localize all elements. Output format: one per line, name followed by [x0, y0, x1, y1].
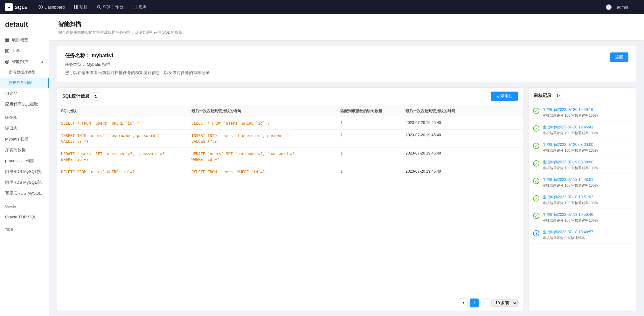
audit-time: 生成时间2023-07-18 14:48:01	[543, 177, 632, 182]
app-logo[interactable]: ▪▪ SQLE	[5, 3, 28, 11]
audit-status-icon: ✓	[533, 108, 539, 114]
user-label[interactable]: admin	[617, 5, 628, 10]
sql-table-body: SELECT * FROM `users` WHERE `id`=? SELEC…	[57, 117, 523, 178]
sql-fingerprint: INSERT INTO `users` (`username`,`passwor…	[57, 130, 188, 148]
sql-match-count: 1	[336, 130, 402, 148]
sidebar-item-ali-rds-audit[interactable]: 阿里RDS MySQL审...	[0, 177, 49, 188]
audit-item-info: 生成时间2023-07-18 14:48:01 审核结果评分 100 审核通过率…	[543, 177, 632, 188]
sidebar-item-project-overview[interactable]: 项目概览	[0, 35, 49, 45]
audit-item-info: 生成时间2023-07-20 19:49:19 审核结果评分 100 审核通过率…	[543, 107, 632, 118]
sidebar-item-smart-scan[interactable]: 智能扫描 ▲	[0, 56, 49, 67]
more-options-icon[interactable]: ⋮	[633, 3, 639, 10]
main-content: 智能扫描 您可以使用智能扫描功能生成扫描任务报告，以便监测和评估 SQL 的质量…	[49, 14, 644, 316]
audit-panel-title: 审核记录 ↻	[534, 92, 562, 100]
sql-last-matched: INSERT INTO `users` (`username`,`passwor…	[188, 130, 336, 148]
audit-item-info: 生成时间2023-07-20 08:00:00 审核结果评分 100 审核通过率…	[543, 142, 632, 153]
sql-match-count: 1	[336, 166, 402, 178]
audit-item[interactable]: ✓ 生成时间2023-07-20 19:45:41 审核结果评分 100 审核通…	[529, 121, 636, 139]
sql-table-row[interactable]: INSERT INTO `users` (`username`,`passwor…	[57, 130, 523, 148]
sql-fingerprint: DELETE FROM `users` WHERE `id`=?	[57, 166, 188, 178]
nav-rules[interactable]: 规则	[129, 2, 150, 12]
dashboard-icon	[38, 5, 43, 9]
sql-stats-panel: SQL统计信息 ↻ 立即审核 SQL指纹 最后一次匹配到该指纹的语句 匹配到该指…	[57, 87, 523, 311]
page-size-select[interactable]: 10 条/页 20 条/页 50 条/页	[491, 299, 518, 307]
svg-rect-14	[7, 40, 9, 42]
sidebar-item-scan-task-list[interactable]: 扫描任务列表	[0, 78, 49, 88]
clock-icon[interactable]: 🕐	[606, 4, 612, 10]
overview-icon	[5, 38, 9, 42]
audit-item[interactable]: ✓ 生成时间2023-07-18 10:50:46 审核结果评分 100 审核通…	[529, 209, 636, 226]
audit-records-panel: 审核记录 ↻ ✓ 生成时间2023-07-20 19:49:19 审核结果评分 …	[528, 87, 636, 311]
audit-score: 审核结果评分 100 审核通过率100%	[543, 148, 632, 153]
audit-score: 审核结果评分 100 审核通过率100%	[543, 218, 632, 223]
audit-status-icon: ℹ	[533, 230, 539, 237]
svg-point-19	[5, 60, 9, 64]
audit-status-icon: ✓	[533, 178, 539, 184]
sql-panel-header: SQL统计信息 ↻ 立即审核	[57, 88, 523, 105]
top-nav-right: 🕐 admin ⋮	[606, 3, 639, 10]
sql-match-count: 1	[336, 117, 402, 130]
sidebar-item-mybatis-scan[interactable]: Mybatis 扫描	[0, 134, 49, 145]
task-type: 任务类型： Mybatis 扫描	[65, 62, 628, 67]
audit-now-button[interactable]: 立即审核	[491, 92, 518, 101]
project-name: default	[0, 14, 49, 32]
sidebar-item-app-sql-capture[interactable]: 应用程序SQL抓取	[0, 99, 49, 110]
col-fingerprint: SQL指纹	[57, 105, 188, 117]
smart-scan-icon	[5, 60, 9, 64]
sql-table-row[interactable]: UPDATE `users` SET `username`=?, `passwo…	[57, 148, 523, 166]
audit-item[interactable]: ✓ 生成时间2023-07-19 08:00:00 审核结果评分 100 审核通…	[529, 156, 636, 174]
page-1-button[interactable]: 1	[470, 299, 479, 307]
prev-page-button[interactable]: ‹	[459, 299, 468, 307]
sidebar-section-main: 项目概览 工单 智能扫描 ▲ 所有数据库类型 扫描任务列表 自定义 应用程序SQ…	[0, 32, 49, 112]
sidebar-item-oracle-top-sql[interactable]: Oracle TOP SQL	[0, 212, 49, 222]
audit-item[interactable]: ✓ 生成时间2023-07-18 14:48:01 审核结果评分 100 审核通…	[529, 174, 636, 191]
sidebar-item-ali-rds-slow[interactable]: 阿里RDS MySQL慢...	[0, 166, 49, 177]
sidebar-item-slow-log[interactable]: 慢日志	[0, 123, 49, 134]
sql-last-matched: SELECT * FROM `users` WHERE `id`=?	[188, 117, 336, 130]
audit-item[interactable]: ✓ 生成时间2023-07-20 08:00:00 审核结果评分 100 审核通…	[529, 139, 636, 156]
audit-time: 生成时间2023-07-18 10:50:46	[543, 212, 632, 217]
sql-pagination: ‹ 1 › 10 条/页 20 条/页 50 条/页	[57, 295, 523, 311]
sql-table-row[interactable]: DELETE FROM `users` WHERE `id`=? DELETE …	[57, 166, 523, 178]
sidebar-item-workorder[interactable]: 工单	[0, 45, 49, 56]
sql-last-time: 2023-07-20 19:45:40	[402, 166, 523, 178]
sql-fingerprint: SELECT * FROM `users` WHERE `id`=?	[57, 117, 188, 130]
audit-status-icon: ✓	[533, 125, 539, 132]
nav-sql-workbench[interactable]: SQL工作台	[93, 2, 127, 12]
next-page-button[interactable]: ›	[481, 299, 489, 307]
audit-time: 生成时间2023-07-18 10:51:02	[543, 195, 632, 200]
svg-rect-3	[76, 5, 78, 7]
audit-status-icon: ✓	[533, 143, 539, 149]
nav-projects[interactable]: 项目	[70, 2, 91, 12]
sidebar-item-custom[interactable]: 自定义	[0, 88, 49, 99]
svg-rect-13	[5, 40, 7, 42]
sql-table-row[interactable]: SELECT * FROM `users` WHERE `id`=? SELEC…	[57, 117, 523, 130]
sidebar-item-processlist[interactable]: processlist 列表	[0, 155, 49, 166]
sidebar-item-table-meta[interactable]: 库表元数据	[0, 145, 49, 155]
audit-item[interactable]: ✓ 生成时间2023-07-18 10:51:02 审核结果评分 100 审核通…	[529, 191, 636, 209]
sidebar-group-tidb: TiDB	[0, 224, 49, 233]
nav-dashboard[interactable]: Dashboard	[35, 3, 68, 11]
projects-icon	[73, 5, 78, 9]
audit-item[interactable]: ✓ 生成时间2023-07-20 19:49:19 审核结果评分 100 审核通…	[529, 104, 636, 121]
sql-refresh-button[interactable]: ↻	[92, 92, 100, 100]
top-navigation: ▪▪ SQLE Dashboard 项目 SQL工作台 规则 🕐 admin ⋮	[0, 0, 644, 14]
svg-rect-2	[74, 5, 75, 7]
svg-rect-11	[5, 38, 7, 40]
nav-items: Dashboard 项目 SQL工作台 规则	[35, 2, 598, 12]
task-title: 任务名称： mybatis1	[65, 52, 628, 59]
sql-workbench-icon	[97, 5, 101, 9]
sql-fingerprint: UPDATE `users` SET `username`=?, `passwo…	[57, 148, 188, 166]
sql-match-count: 1	[336, 148, 402, 166]
sql-panel-title: SQL统计信息 ↻	[62, 92, 100, 100]
sql-table-header: SQL指纹 最后一次匹配到该指纹的语句 匹配到该指纹的语句数量 最后一次匹配到该…	[57, 105, 523, 117]
audit-item[interactable]: ℹ 生成时间2023-07-18 10:48:57 审核结果评分 0 审核通过率…	[529, 226, 636, 244]
audit-time: 生成时间2023-07-20 19:45:41	[543, 125, 632, 130]
sidebar-item-baidu-rds[interactable]: 百度云RDS MySQL...	[0, 188, 49, 199]
sidebar-section-oracle: Oracle TOP SQL	[0, 210, 49, 224]
return-button[interactable]: 返回	[610, 52, 628, 62]
audit-refresh-button[interactable]: ↻	[554, 92, 562, 100]
sidebar-item-all-db-types[interactable]: 所有数据库类型	[0, 67, 49, 78]
audit-list: ✓ 生成时间2023-07-20 19:49:19 审核结果评分 100 审核通…	[529, 104, 636, 311]
svg-rect-5	[76, 7, 78, 9]
